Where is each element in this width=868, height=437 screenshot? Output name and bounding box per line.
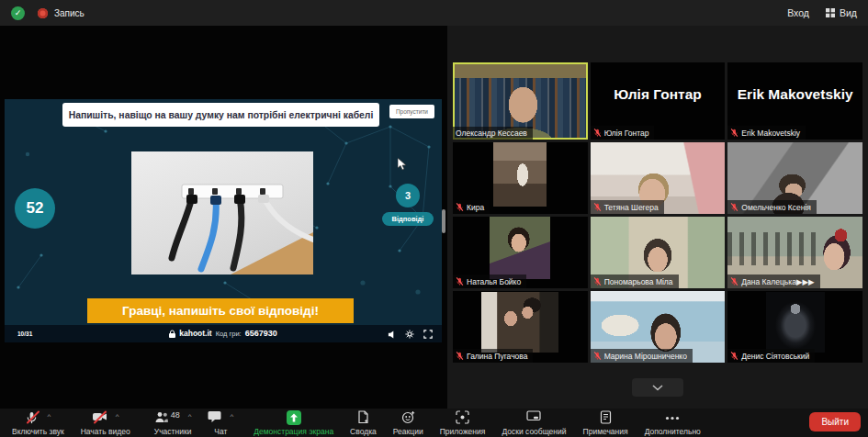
top-bar: ✓ Запись Вход Вид (0, 0, 868, 26)
question-box: Напишіть, навіщо на вашу думку нам потрі… (62, 103, 379, 127)
game-pin-label: Код гри: (216, 330, 242, 338)
lock-icon (169, 330, 175, 338)
participant-name: Erik Makovetskiy (727, 126, 806, 140)
toolbar-label: Доски сообщений (502, 427, 566, 436)
slide-image-cables (131, 151, 313, 275)
fullscreen-icon[interactable] (423, 330, 433, 339)
toolbar-label: Примечания (583, 427, 628, 436)
unmute-button[interactable]: ^ Включить звук (4, 410, 73, 436)
more-ellipsis-icon (665, 416, 680, 420)
skip-button[interactable]: Пропустити (389, 105, 434, 118)
chat-button[interactable]: ^ Чат (199, 410, 242, 436)
participant-tile-kira[interactable]: Кира (453, 142, 588, 214)
recording-indicator-icon[interactable] (38, 8, 48, 18)
participant-avatar (481, 292, 558, 353)
summary-button[interactable]: Сводка (342, 410, 385, 436)
video-options-caret[interactable]: ^ (116, 412, 119, 420)
muted-mic-icon (730, 276, 738, 286)
toolbar-label: Дополнительно (645, 427, 701, 436)
muted-mic-icon (593, 128, 602, 138)
login-button[interactable]: Вход (787, 7, 809, 18)
kahoot-slide: Напишіть, навіщо на вашу думку нам потрі… (5, 99, 442, 342)
timer-circle: 52 (15, 188, 55, 229)
participant-tile-boiko[interactable]: Наталья Бойко (453, 217, 588, 288)
muted-mic-icon (593, 351, 602, 361)
chat-caret[interactable]: ^ (230, 412, 233, 420)
muted-mic-icon (730, 202, 738, 212)
participant-tile-omelchenko[interactable]: Омельченко Ксенія (727, 142, 862, 214)
participant-tile-siiatovskyi[interactable]: Денис Сіятовський (727, 291, 862, 363)
participant-tile-shegera[interactable]: Тетяна Шегера (591, 142, 726, 214)
toolbar-label: Приложения (440, 427, 486, 436)
scrollbar-thumb[interactable] (442, 209, 445, 233)
reactions-button[interactable]: Реакции (385, 410, 432, 436)
muted-mic-icon (593, 276, 602, 286)
participant-tile-miroshnychenko[interactable]: Марина Мірошниченко (591, 291, 726, 363)
toolbar-label: Реакции (393, 427, 423, 436)
security-shield-icon[interactable]: ✓ (11, 6, 25, 20)
muted-mic-icon (456, 202, 464, 212)
participants-button[interactable]: 48 ^ Участники (146, 410, 200, 436)
start-video-button[interactable]: ^ Начать видео (73, 410, 139, 436)
toolbar-label: Чат (214, 427, 227, 436)
shared-screen-area: Напишіть, навіщо на вашу думку нам потрі… (0, 26, 447, 409)
toolbar-label: Участники (154, 427, 192, 436)
toolbar-label: Включить звук (12, 427, 64, 436)
participant-avatar (766, 292, 825, 353)
apps-button[interactable]: Приложения (432, 410, 494, 436)
participant-big-name: Юлія Гонтар (591, 62, 726, 127)
screen-share-icon (287, 410, 301, 425)
leave-meeting-button[interactable]: Выйти (809, 412, 861, 431)
notes-button[interactable]: Примечания (575, 410, 637, 436)
apps-icon (456, 410, 469, 424)
audio-options-caret[interactable]: ^ (47, 412, 51, 420)
main-area: Напишіть, навіщо на вашу думку нам потрі… (0, 26, 868, 409)
participant-tile-kaletska[interactable]: Дана Калецька▶▶▶ (727, 217, 862, 288)
answers-count: 3 (396, 184, 420, 207)
participant-big-name: Erik Makovetskiy (727, 62, 862, 127)
grid-icon (826, 8, 835, 17)
chevron-down-icon (652, 385, 663, 391)
participant-name: Марина Мірошниченко (591, 349, 693, 363)
participant-gallery: Олександр Кессаев Юлія Гонтар Юлія Гонта… (447, 26, 868, 409)
participant-name: Юлія Гонтар (591, 126, 655, 140)
participant-tile-ponomarova[interactable]: Пономарьова Міла (591, 217, 726, 288)
participant-name: Кира (453, 200, 490, 214)
participant-tile-gontar[interactable]: Юлія Гонтар Юлія Гонтар (591, 62, 726, 140)
toolbar-label: Демонстрация экрана (254, 427, 333, 436)
participant-name: Наталья Бойко (453, 275, 526, 288)
muted-mic-icon (730, 128, 738, 138)
chat-icon (208, 410, 221, 423)
participant-name: Пономарьова Міла (591, 275, 679, 288)
instruction-banner: Гравці, напишіть свої відповіді! (87, 298, 354, 323)
participant-tile-puhachova[interactable]: Галина Пугачова (453, 291, 588, 363)
gallery-scroll-down-button[interactable] (632, 378, 683, 397)
whiteboards-button[interactable]: Доски сообщений (493, 410, 574, 436)
notes-icon (600, 410, 612, 424)
participant-name: Тетяна Шегера (591, 200, 664, 214)
participant-name: Денис Сіятовський (727, 349, 815, 363)
settings-gear-icon[interactable] (405, 330, 414, 339)
participant-name: Омельченко Ксенія (727, 200, 817, 214)
screen-share-button[interactable]: Демонстрация экрана (245, 410, 342, 436)
whiteboard-icon (526, 410, 541, 422)
more-button[interactable]: Дополнительно (637, 410, 709, 436)
kahoot-bottom-bar: 10/31 kahoot.it Код гри: 6567930 (5, 325, 442, 342)
participant-name: Дана Калецька▶▶▶ (727, 275, 819, 288)
muted-mic-icon (456, 276, 464, 286)
recording-label: Запись (54, 8, 85, 18)
participant-tile-kessaev[interactable]: Олександр Кессаев (453, 62, 588, 140)
muted-mic-icon (730, 351, 738, 361)
muted-mic-icon (456, 351, 464, 361)
participant-tile-erik[interactable]: Erik Makovetskiy Erik Makovetskiy (727, 62, 862, 140)
summary-icon (357, 410, 369, 424)
kahoot-site: kahoot.it (179, 329, 211, 338)
view-button[interactable]: Вид (826, 7, 857, 18)
mouse-cursor (398, 158, 407, 171)
toolbar-label: Сводка (350, 427, 377, 436)
participant-video-thumb (493, 142, 547, 207)
participants-caret[interactable]: ^ (188, 412, 192, 420)
participant-name: Олександр Кессаев (453, 127, 533, 140)
game-pin: 6567930 (245, 329, 277, 338)
volume-icon[interactable] (388, 331, 396, 339)
